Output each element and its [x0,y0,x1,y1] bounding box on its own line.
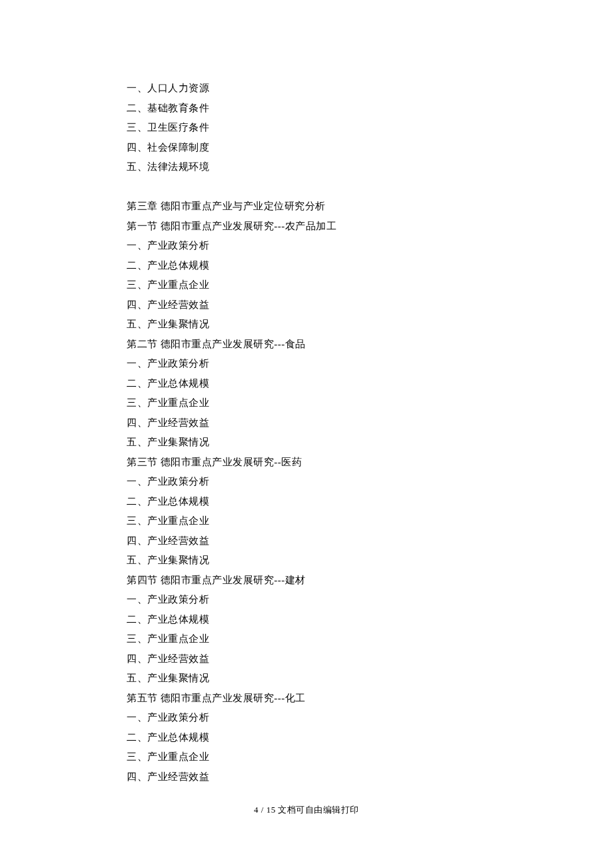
toc-line: 五、产业集聚情况 [127,669,486,689]
toc-line: 三、产业重点企业 [127,747,486,767]
toc-line: 一、产业政策分析 [127,354,486,374]
toc-section-heading: 第三节 德阳市重点产业发展研究--医药 [127,453,486,473]
toc-line: 三、产业重点企业 [127,511,486,531]
toc-section-heading: 第一节 德阳市重点产业发展研究---农产品加工 [127,217,486,237]
toc-line: 二、产业总体规模 [127,728,486,748]
page-footer: 4 / 15 文档可自由编辑打印 [0,804,613,816]
toc-line: 二、产业总体规模 [127,492,486,512]
toc-section-heading: 第二节 德阳市重点产业发展研究---食品 [127,335,486,355]
toc-line: 五、产业集聚情况 [127,315,486,335]
toc-line: 二、产业总体规模 [127,256,486,276]
toc-line: 五、产业集聚情况 [127,433,486,453]
toc-line: 三、产业重点企业 [127,393,486,413]
toc-line: 五、产业集聚情况 [127,551,486,571]
page-content: 一、人口人力资源 二、基础教育条件 三、卫生医疗条件 四、社会保障制度 五、法律… [0,0,613,787]
toc-line: 二、基础教育条件 [127,99,486,119]
toc-line: 三、卫生医疗条件 [127,118,486,138]
toc-line: 一、产业政策分析 [127,590,486,610]
toc-line: 一、产业政策分析 [127,708,486,728]
toc-line: 四、产业经营效益 [127,295,486,315]
toc-line: 三、产业重点企业 [127,275,486,295]
toc-line: 二、产业总体规模 [127,374,486,394]
toc-line: 四、产业经营效益 [127,531,486,551]
toc-line: 四、社会保障制度 [127,138,486,158]
toc-section-heading: 第五节 德阳市重点产业发展研究---化工 [127,689,486,709]
toc-line: 一、产业政策分析 [127,236,486,256]
blank-line [127,177,486,197]
toc-line: 四、产业经营效益 [127,413,486,433]
toc-line: 四、产业经营效益 [127,767,486,787]
toc-line: 一、人口人力资源 [127,79,486,99]
toc-line: 四、产业经营效益 [127,649,486,669]
toc-line: 一、产业政策分析 [127,472,486,492]
toc-line: 二、产业总体规模 [127,610,486,630]
toc-line: 五、法律法规环境 [127,157,486,177]
toc-line: 三、产业重点企业 [127,629,486,649]
toc-chapter-heading: 第三章 德阳市重点产业与产业定位研究分析 [127,197,486,217]
toc-section-heading: 第四节 德阳市重点产业发展研究---建材 [127,571,486,591]
